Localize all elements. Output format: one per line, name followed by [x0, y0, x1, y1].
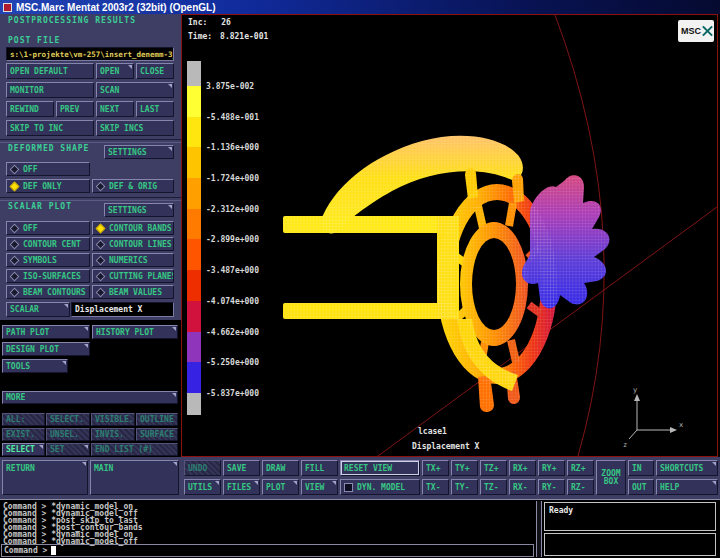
beam-values-label: BEAM VALUES: [109, 288, 162, 297]
help-button[interactable]: HELP: [656, 479, 718, 495]
utils-button[interactable]: UTILS: [184, 479, 221, 495]
legend-cap-top: [187, 61, 201, 86]
fem-model: [283, 136, 609, 412]
legend-band: [187, 239, 201, 270]
radio-diamond-icon: [10, 164, 20, 174]
skip-incs-button[interactable]: SKIP INCS: [96, 120, 174, 136]
ty-plus-button[interactable]: TY+: [451, 460, 478, 476]
all-button[interactable]: ALL:: [2, 413, 45, 426]
end-list-button[interactable]: END LIST (#): [91, 443, 178, 456]
def-and-orig-radio[interactable]: DEF & ORIG: [92, 179, 174, 193]
dyn-model-checkbox[interactable]: [344, 483, 353, 492]
monitor-button[interactable]: MONITOR: [6, 82, 94, 98]
cutting-planes-radio[interactable]: CUTTING PLANES: [92, 269, 174, 283]
ry-plus-button[interactable]: RY+: [538, 460, 565, 476]
rz-plus-button[interactable]: RZ+: [567, 460, 594, 476]
rz-minus-button[interactable]: RZ-: [567, 479, 594, 495]
tx-plus-button[interactable]: TX+: [422, 460, 449, 476]
def-only-radio[interactable]: DEF ONLY: [6, 179, 90, 193]
status-box-secondary: [544, 533, 716, 556]
shortcuts-button[interactable]: SHORTCUTS: [656, 460, 718, 476]
legend-label: 3.875e-002: [206, 82, 254, 91]
triad-x-label: x: [679, 421, 683, 429]
window-title: MSC.Marc Mentat 2003r2 (32bit) (OpenGL): [16, 2, 215, 13]
plot-button[interactable]: PLOT: [262, 479, 299, 495]
symbols-radio[interactable]: SYMBOLS: [6, 253, 90, 267]
scalar-plot-label: SCALAR PLOT: [8, 202, 72, 211]
legend-label: -2.312e+000: [206, 205, 259, 214]
msc-logo-text: MSC: [681, 26, 701, 36]
panel-header: POSTPROCESSING RESULTS: [8, 16, 136, 25]
next-button[interactable]: NEXT: [96, 101, 134, 117]
command-input[interactable]: Command >: [1, 544, 534, 557]
select-button[interactable]: SELECT: [2, 443, 45, 456]
close-button[interactable]: CLOSE: [136, 63, 174, 79]
iso-surfaces-radio[interactable]: ISO-SURFACES: [6, 269, 90, 283]
invis-button[interactable]: INVIS.: [91, 428, 135, 441]
ty-minus-button[interactable]: TY-: [451, 479, 478, 495]
select-dim-button[interactable]: SELECT.: [46, 413, 90, 426]
axis-triad-icon: y x z: [623, 386, 683, 449]
rx-minus-button[interactable]: RX-: [509, 479, 536, 495]
beam-contours-radio[interactable]: BEAM CONTOURS: [6, 285, 90, 299]
reset-view-button[interactable]: RESET VIEW: [340, 460, 420, 476]
design-plot-button[interactable]: DESIGN PLOT: [2, 342, 90, 356]
rewind-button[interactable]: REWIND: [6, 101, 54, 117]
deformed-off-radio[interactable]: OFF: [6, 162, 90, 176]
tz-plus-button[interactable]: TZ+: [480, 460, 507, 476]
history-plot-button[interactable]: HISTORY PLOT: [92, 325, 178, 339]
console-scrollbar[interactable]: [536, 501, 542, 557]
model-viewport[interactable]: y x z: [181, 14, 718, 457]
prev-button[interactable]: PREV: [56, 101, 94, 117]
scalar-plot-settings-button[interactable]: SETTINGS: [104, 203, 174, 217]
more-button[interactable]: MORE: [2, 391, 178, 404]
tx-minus-button[interactable]: TX-: [422, 479, 449, 495]
post-file-path-field[interactable]: s:\1-projekte\vm-257\insert_denemm-3_: [6, 47, 174, 61]
beam-values-radio[interactable]: BEAM VALUES: [92, 285, 174, 299]
skip-to-inc-button[interactable]: SKIP TO INC: [6, 120, 94, 136]
path-plot-button[interactable]: PATH PLOT: [2, 325, 90, 339]
contour-lines-label: CONTOUR LINES: [109, 240, 172, 249]
open-button[interactable]: OPEN: [96, 63, 134, 79]
iso-surfaces-label: ISO-SURFACES: [23, 272, 81, 281]
open-default-button[interactable]: OPEN DEFAULT: [6, 63, 94, 79]
rx-plus-button[interactable]: RX+: [509, 460, 536, 476]
tools-button[interactable]: TOOLS: [2, 359, 68, 373]
fill-button[interactable]: FILL: [301, 460, 338, 476]
radio-diamond-icon: [96, 181, 106, 191]
visible-button[interactable]: VISIBLE.: [91, 413, 135, 426]
zoom-box-button[interactable]: ZOOM BOX: [596, 460, 626, 495]
dyn-model-toggle[interactable]: DYN. MODEL: [340, 479, 420, 495]
undo-button[interactable]: UNDO: [184, 460, 221, 476]
contour-bands-radio[interactable]: CONTOUR BANDS: [92, 221, 174, 235]
outline-button[interactable]: OUTLINE: [136, 413, 178, 426]
contour-cent-radio[interactable]: CONTOUR CENT: [6, 237, 90, 251]
scalar-off-radio[interactable]: OFF: [6, 221, 90, 235]
deformed-shape-settings-button[interactable]: SETTINGS: [104, 145, 174, 159]
legend-band: [187, 117, 201, 148]
radio-diamond-icon: [96, 255, 106, 265]
scan-button[interactable]: SCAN: [96, 82, 174, 98]
last-button[interactable]: LAST: [136, 101, 174, 117]
scalar-button[interactable]: SCALAR: [6, 302, 70, 317]
legend-band: [187, 332, 201, 363]
set-button[interactable]: SET: [46, 443, 90, 456]
symbols-label: SYMBOLS: [23, 256, 57, 265]
surface-button[interactable]: SURFACE: [136, 428, 178, 441]
unsel-button[interactable]: UNSEL.: [46, 428, 90, 441]
zoom-in-button[interactable]: IN: [628, 460, 654, 476]
ry-minus-button[interactable]: RY-: [538, 479, 565, 495]
return-button[interactable]: RETURN: [2, 460, 88, 495]
tz-minus-button[interactable]: TZ-: [480, 479, 507, 495]
zoom-out-button[interactable]: OUT: [628, 479, 654, 495]
contour-lines-radio[interactable]: CONTOUR LINES: [92, 237, 174, 251]
files-button[interactable]: FILES: [223, 479, 260, 495]
main-button[interactable]: MAIN: [90, 460, 179, 495]
radio-diamond-icon: [10, 287, 20, 297]
view-button[interactable]: VIEW: [301, 479, 338, 495]
draw-button[interactable]: DRAW: [262, 460, 299, 476]
numerics-radio[interactable]: NUMERICS: [92, 253, 174, 267]
exist-button[interactable]: EXIST.: [2, 428, 45, 441]
save-button[interactable]: SAVE: [223, 460, 260, 476]
scalar-value-field[interactable]: Displacement X: [71, 302, 174, 317]
